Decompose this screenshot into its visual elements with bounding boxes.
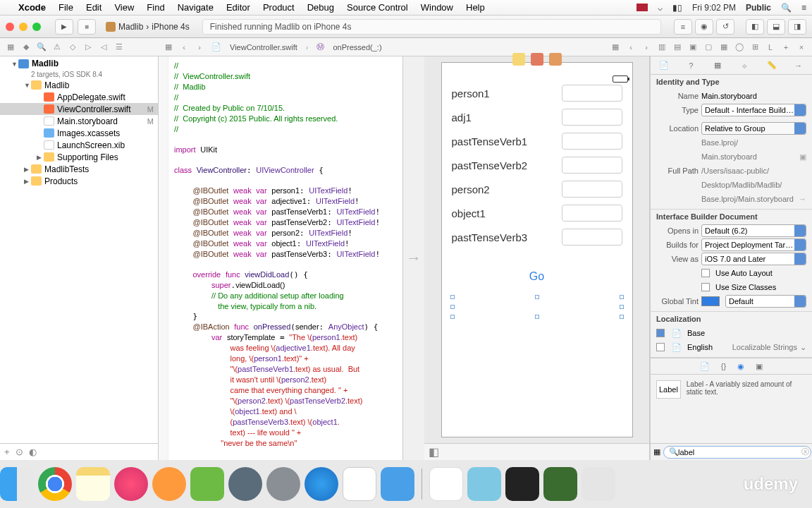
menu-navigate[interactable]: Navigate	[178, 2, 214, 13]
dock-notes[interactable]	[76, 467, 110, 501]
group-supporting[interactable]: ▶Supporting Files	[0, 151, 158, 163]
jb-icon-8[interactable]: L	[764, 43, 777, 52]
jump-path-symbol[interactable]: onPressed(_:)	[330, 43, 384, 52]
form-row-adj1[interactable]: adj1	[442, 105, 632, 129]
close-assistant-button[interactable]: ×	[795, 43, 808, 52]
standard-editor-button[interactable]: ≡	[674, 19, 692, 35]
menu-source-control[interactable]: Source Control	[347, 2, 408, 13]
group-products[interactable]: ▶Products	[0, 175, 158, 187]
media-library-tab[interactable]: ▣	[756, 362, 763, 371]
assistant-forward-button[interactable]: ›	[640, 43, 653, 52]
nav-report-icon[interactable]: ☰	[113, 42, 125, 52]
tint-swatch[interactable]	[701, 296, 720, 306]
code-snippet-tab[interactable]: {}	[721, 362, 726, 370]
jb-icon-3[interactable]: ▣	[687, 42, 699, 52]
file-appdelegate[interactable]: AppDelegate.swift	[0, 91, 158, 103]
user-menu[interactable]: Public	[746, 3, 771, 13]
menu-help[interactable]: Help	[466, 2, 485, 13]
zoom-window-button[interactable]	[32, 23, 41, 31]
stop-button[interactable]	[78, 19, 96, 35]
textfield-ptv3[interactable]	[562, 229, 622, 246]
forward-button[interactable]: ›	[193, 43, 206, 52]
spotlight-icon[interactable]: 🔍	[781, 3, 792, 13]
quick-help-tab[interactable]: ?	[684, 61, 697, 70]
nav-issue-icon[interactable]: ⚠	[51, 42, 63, 52]
builds-for-dropdown[interactable]: Project Deployment Tar…	[701, 238, 806, 251]
menu-edit[interactable]: Edit	[86, 2, 102, 13]
assistant-editor-button[interactable]: ◉	[695, 19, 713, 35]
interface-builder-canvas[interactable]: person1 adj1 pastTenseVerb1 pastTenseVer…	[424, 56, 650, 460]
nav-symbol-icon[interactable]: ◆	[20, 42, 32, 52]
auto-layout-checkbox[interactable]	[701, 269, 710, 277]
textfield-object1[interactable]	[562, 205, 622, 222]
reveal-icon[interactable]: →	[799, 195, 806, 203]
jb-icon-7[interactable]: ⊞	[749, 42, 761, 52]
ib-tab-3[interactable]	[549, 53, 562, 66]
object-library-tab[interactable]: ◉	[737, 362, 744, 371]
menu-window[interactable]: Window	[421, 2, 453, 13]
dock-app-blue[interactable]	[467, 467, 501, 501]
go-button[interactable]: Go	[442, 270, 632, 283]
nav-test-icon[interactable]: ◇	[66, 42, 79, 52]
menu-find[interactable]: Find	[147, 2, 164, 13]
close-window-button[interactable]	[6, 23, 14, 31]
filter-icon[interactable]: ⊙	[16, 447, 23, 457]
jb-icon-6[interactable]: ◯	[733, 42, 746, 52]
minimize-window-button[interactable]	[19, 23, 27, 31]
attributes-inspector-tab[interactable]: ⟐	[739, 61, 751, 70]
nav-project-icon[interactable]: ▦	[4, 42, 17, 52]
nav-debug-icon[interactable]: ▷	[82, 42, 94, 52]
menu-view[interactable]: View	[114, 2, 134, 13]
dock-trash[interactable]	[582, 467, 615, 501]
jump-path-icon[interactable]: 📄	[209, 42, 224, 52]
size-classes-checkbox[interactable]	[701, 283, 710, 291]
dock-xcode[interactable]	[381, 467, 414, 501]
ib-tab-2[interactable]	[531, 53, 543, 66]
jb-icon-1[interactable]: ▥	[656, 42, 668, 52]
nav-search-icon[interactable]: 🔍	[35, 42, 48, 52]
add-assistant-button[interactable]: +	[780, 43, 792, 52]
form-row-object1[interactable]: object1	[442, 201, 632, 225]
form-row-ptv1[interactable]: pastTenseVerb1	[442, 129, 632, 153]
jb-icon-4[interactable]: ▢	[702, 42, 715, 52]
wifi-icon[interactable]: ⌵	[658, 3, 663, 13]
form-row-ptv2[interactable]: pastTenseVerb2	[442, 153, 632, 177]
run-button[interactable]	[55, 19, 73, 35]
file-inspector-tab[interactable]: 📄	[658, 61, 670, 70]
dock-terminal[interactable]	[505, 467, 539, 501]
menu-debug[interactable]: Debug	[307, 2, 334, 13]
textfield-person1[interactable]	[562, 85, 622, 102]
type-dropdown[interactable]: Default - Interface Build…	[701, 104, 806, 116]
nav-breakpoint-icon[interactable]: ◁	[97, 42, 110, 52]
source-editor[interactable]: // // ViewController.swift // Madlib // …	[159, 56, 403, 460]
toggle-inspector-button[interactable]: ◨	[788, 19, 806, 35]
outline-toggle-icon[interactable]: ◧	[429, 445, 439, 459]
dock-safari[interactable]	[304, 467, 338, 501]
jump-path-file[interactable]: ViewController.swift	[227, 43, 300, 52]
recent-icon[interactable]: ◐	[29, 447, 37, 457]
library-item-label[interactable]: Label Label - A variably sized amount of…	[651, 375, 812, 404]
back-button[interactable]: ‹	[178, 43, 190, 52]
size-inspector-tab[interactable]: 📏	[765, 61, 778, 70]
form-row-person2[interactable]: person2	[442, 177, 632, 201]
library-search-input[interactable]	[663, 446, 811, 459]
dock-finder[interactable]	[0, 467, 34, 501]
menu-product[interactable]: Product	[263, 2, 295, 13]
code-area[interactable]: // // ViewController.swift // Madlib // …	[168, 56, 402, 460]
dock-chrome[interactable]	[38, 467, 72, 501]
view-as-dropdown[interactable]: iOS 7.0 and Later	[701, 253, 806, 265]
dock-app-green[interactable]	[190, 467, 224, 501]
opens-in-dropdown[interactable]: Default (6.2)	[701, 224, 806, 237]
file-images[interactable]: Images.xcassets	[0, 127, 158, 139]
dock-ibooks[interactable]	[152, 467, 186, 501]
tint-dropdown[interactable]: Default	[725, 295, 806, 308]
menu-app[interactable]: Xcode	[18, 2, 46, 13]
clear-search-button[interactable]: ⓧ	[801, 447, 809, 457]
dock-itunes[interactable]	[114, 467, 148, 501]
textfield-ptv1[interactable]	[562, 133, 622, 150]
menu-editor[interactable]: Editor	[226, 2, 250, 13]
location-dropdown[interactable]: Relative to Group	[701, 122, 806, 135]
textfield-adj1[interactable]	[562, 109, 622, 126]
form-row-ptv3[interactable]: pastTenseVerb3	[442, 225, 632, 249]
form-row-person1[interactable]: person1	[442, 81, 632, 105]
